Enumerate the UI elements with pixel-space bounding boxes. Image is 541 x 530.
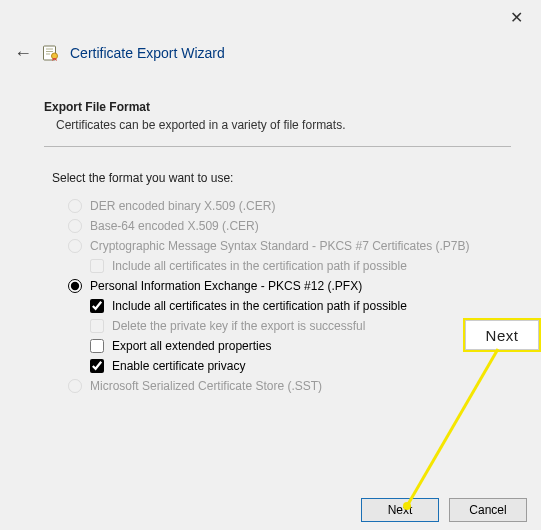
- divider: [44, 146, 511, 147]
- radio-sst: Microsoft Serialized Certificate Store (…: [68, 379, 511, 393]
- radio-pfx-input[interactable]: [68, 279, 82, 293]
- cancel-button[interactable]: Cancel: [449, 498, 527, 522]
- highlight-callout: Next: [463, 318, 541, 352]
- check-pfx-privacy-input[interactable]: [90, 359, 104, 373]
- wizard-body: Export File Format Certificates can be e…: [44, 100, 511, 399]
- check-p7b-include-label: Include all certificates in the certific…: [112, 259, 407, 273]
- section-subtext: Certificates can be exported in a variet…: [56, 118, 511, 132]
- footer-buttons: Next Cancel: [361, 498, 527, 522]
- check-pfx-include-label: Include all certificates in the certific…: [112, 299, 407, 313]
- radio-base64: Base-64 encoded X.509 (.CER): [68, 219, 511, 233]
- check-pfx-extended-input[interactable]: [90, 339, 104, 353]
- radio-sst-label: Microsoft Serialized Certificate Store (…: [90, 379, 322, 393]
- wizard-title: Certificate Export Wizard: [70, 45, 225, 61]
- format-options: DER encoded binary X.509 (.CER) Base-64 …: [68, 199, 511, 393]
- radio-der-input: [68, 199, 82, 213]
- radio-der-label: DER encoded binary X.509 (.CER): [90, 199, 275, 213]
- check-pfx-privacy[interactable]: Enable certificate privacy: [90, 359, 511, 373]
- title-bar: ← Certificate Export Wizard: [14, 44, 527, 62]
- check-pfx-extended[interactable]: Export all extended properties: [90, 339, 511, 353]
- radio-base64-label: Base-64 encoded X.509 (.CER): [90, 219, 259, 233]
- check-p7b-include: Include all certificates in the certific…: [90, 259, 511, 273]
- callout-label: Next: [486, 327, 519, 344]
- certificate-icon: [42, 44, 60, 62]
- radio-pfx-label: Personal Information Exchange - PKCS #12…: [90, 279, 362, 293]
- radio-pfx[interactable]: Personal Information Exchange - PKCS #12…: [68, 279, 511, 293]
- check-pfx-extended-label: Export all extended properties: [112, 339, 271, 353]
- radio-sst-input: [68, 379, 82, 393]
- radio-p7b-input: [68, 239, 82, 253]
- check-p7b-include-input: [90, 259, 104, 273]
- check-pfx-include[interactable]: Include all certificates in the certific…: [90, 299, 511, 313]
- check-pfx-delete: Delete the private key if the export is …: [90, 319, 511, 333]
- check-pfx-include-input[interactable]: [90, 299, 104, 313]
- check-pfx-delete-input: [90, 319, 104, 333]
- wizard-window: ✕ ← Certificate Export Wizard Export Fil…: [0, 0, 541, 530]
- radio-der: DER encoded binary X.509 (.CER): [68, 199, 511, 213]
- section-heading: Export File Format: [44, 100, 511, 114]
- prompt-text: Select the format you want to use:: [52, 171, 511, 185]
- check-pfx-privacy-label: Enable certificate privacy: [112, 359, 245, 373]
- radio-p7b: Cryptographic Message Syntax Standard - …: [68, 239, 511, 253]
- back-arrow-icon[interactable]: ←: [14, 44, 32, 62]
- radio-base64-input: [68, 219, 82, 233]
- close-icon[interactable]: ✕: [504, 6, 529, 30]
- check-pfx-delete-label: Delete the private key if the export is …: [112, 319, 365, 333]
- radio-p7b-label: Cryptographic Message Syntax Standard - …: [90, 239, 470, 253]
- next-button[interactable]: Next: [361, 498, 439, 522]
